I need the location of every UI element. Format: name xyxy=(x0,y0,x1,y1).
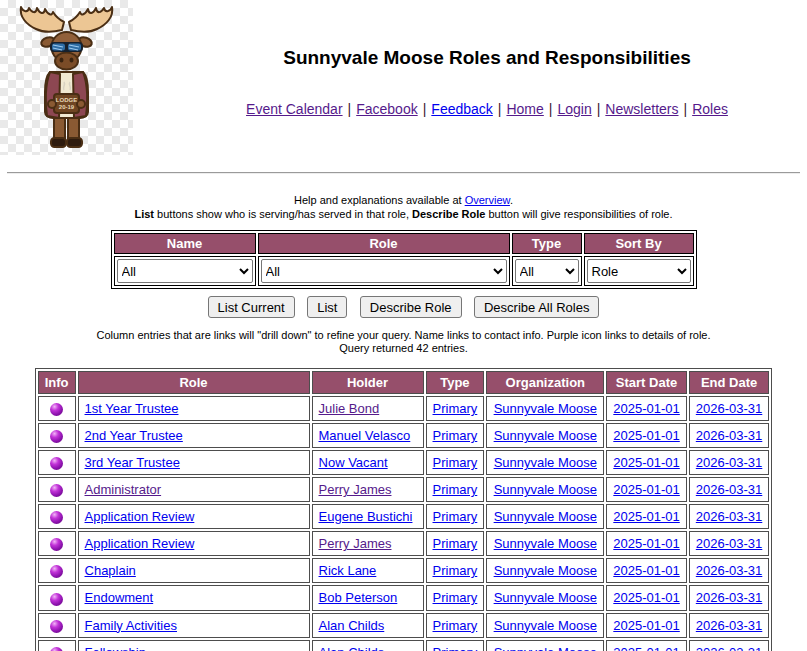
start-date-link[interactable]: 2025-01-01 xyxy=(613,401,680,416)
role-details-link[interactable] xyxy=(50,401,63,416)
sortby-filter-select[interactable]: Role xyxy=(587,259,691,283)
type-link[interactable]: Primary xyxy=(433,563,478,578)
start-date-link[interactable]: 2025-01-01 xyxy=(613,455,680,470)
end-date-link[interactable]: 2026-03-31 xyxy=(696,401,763,416)
start-date-link[interactable]: 2025-01-01 xyxy=(613,590,680,605)
holder-link[interactable]: Eugene Bustichi xyxy=(319,509,413,524)
role-details-link[interactable] xyxy=(50,563,63,578)
organization-link[interactable]: Sunnyvale Moose xyxy=(494,455,597,470)
nav-link-login[interactable]: Login xyxy=(557,101,591,117)
role-link[interactable]: 2nd Year Trustee xyxy=(85,428,183,443)
nav-link-feedback[interactable]: Feedback xyxy=(431,101,492,117)
holder-link[interactable]: Perry James xyxy=(319,482,392,497)
type-link[interactable]: Primary xyxy=(433,590,478,605)
organization-link[interactable]: Sunnyvale Moose xyxy=(494,536,597,551)
role-link[interactable]: Family Activities xyxy=(85,618,177,633)
role-details-link[interactable] xyxy=(50,455,63,470)
holder-link[interactable]: Manuel Velasco xyxy=(319,428,411,443)
start-date-link[interactable]: 2025-01-01 xyxy=(613,428,680,443)
role-filter-select[interactable]: All xyxy=(261,259,507,283)
organization-link[interactable]: Sunnyvale Moose xyxy=(494,428,597,443)
type-filter-select[interactable]: All xyxy=(515,259,579,283)
role-link[interactable]: Application Review xyxy=(85,509,195,524)
role-link[interactable]: Endowment xyxy=(85,590,154,605)
role-link[interactable]: Fellowship xyxy=(85,645,146,651)
organization-link[interactable]: Sunnyvale Moose xyxy=(494,509,597,524)
describe-all-roles-button[interactable]: Describe All Roles xyxy=(474,296,600,318)
end-date-link[interactable]: 2026-03-31 xyxy=(696,455,763,470)
type-link[interactable]: Primary xyxy=(433,509,478,524)
end-date-link[interactable]: 2026-03-31 xyxy=(696,536,763,551)
role-link[interactable]: Chaplain xyxy=(85,563,136,578)
type-link[interactable]: Primary xyxy=(433,482,478,497)
type-link[interactable]: Primary xyxy=(433,536,478,551)
end-date-link[interactable]: 2026-03-31 xyxy=(696,590,763,605)
help-line-1: Help and explanations available at Overv… xyxy=(0,193,807,207)
name-filter-select[interactable]: All xyxy=(117,259,253,283)
role-details-link[interactable] xyxy=(50,645,63,651)
role-details-link[interactable] xyxy=(50,618,63,633)
nav-separator: | xyxy=(592,101,606,117)
start-date-link[interactable]: 2025-01-01 xyxy=(613,618,680,633)
describe-role-button[interactable]: Describe Role xyxy=(360,296,462,318)
end-date-link[interactable]: 2026-03-31 xyxy=(696,482,763,497)
type-link[interactable]: Primary xyxy=(433,645,478,651)
overview-link[interactable]: Overview xyxy=(465,194,510,206)
end-date-link[interactable]: 2026-03-31 xyxy=(696,618,763,633)
organization-link[interactable]: Sunnyvale Moose xyxy=(494,590,597,605)
end-date-link[interactable]: 2026-03-31 xyxy=(696,645,763,651)
role-details-link[interactable] xyxy=(50,536,63,551)
type-link[interactable]: Primary xyxy=(433,455,478,470)
organization-link[interactable]: Sunnyvale Moose xyxy=(494,563,597,578)
type-link[interactable]: Primary xyxy=(433,618,478,633)
nav-separator: | xyxy=(343,101,357,117)
end-date-link[interactable]: 2026-03-31 xyxy=(696,428,763,443)
nav-link-event-calendar[interactable]: Event Calendar xyxy=(246,101,343,117)
role-link[interactable]: 1st Year Trustee xyxy=(85,401,179,416)
role-link[interactable]: Application Review xyxy=(85,536,195,551)
holder-link[interactable]: Alan Childs xyxy=(319,645,385,651)
start-date-link[interactable]: 2025-01-01 xyxy=(613,509,680,524)
holder-link[interactable]: Alan Childs xyxy=(319,618,385,633)
type-link[interactable]: Primary xyxy=(433,428,478,443)
role-link[interactable]: 3rd Year Trustee xyxy=(85,455,180,470)
role-details-link[interactable] xyxy=(50,590,63,605)
roles-table-header-row: Info Role Holder Type Organization Start… xyxy=(38,371,770,394)
organization-link[interactable]: Sunnyvale Moose xyxy=(494,401,597,416)
organization-link[interactable]: Sunnyvale Moose xyxy=(494,618,597,633)
role-link-cell: 2nd Year Trustee xyxy=(78,423,310,448)
start-date-link-cell: 2025-01-01 xyxy=(606,450,687,475)
nav-link-roles[interactable]: Roles xyxy=(692,101,728,117)
organization-link[interactable]: Sunnyvale Moose xyxy=(494,645,597,651)
filter-header-sortby: Sort By xyxy=(584,233,694,254)
role-details-link[interactable] xyxy=(50,428,63,443)
nav-link-facebook[interactable]: Facebook xyxy=(356,101,417,117)
holder-link[interactable]: Now Vacant xyxy=(319,455,388,470)
nav-link-home[interactable]: Home xyxy=(506,101,543,117)
role-details-link[interactable] xyxy=(50,509,63,524)
start-date-link[interactable]: 2025-01-01 xyxy=(613,482,680,497)
organization-link[interactable]: Sunnyvale Moose xyxy=(494,482,597,497)
role-link[interactable]: Administrator xyxy=(85,482,162,497)
nav-link-newsletters[interactable]: Newsletters xyxy=(605,101,678,117)
holder-link[interactable]: Perry James xyxy=(319,536,392,551)
holder-link[interactable]: Julie Bond xyxy=(319,401,380,416)
note-line-1: Column entries that are links will "dril… xyxy=(0,329,807,342)
holder-link[interactable]: Rick Lane xyxy=(319,563,377,578)
column-header-role: Role xyxy=(78,371,310,394)
holder-link[interactable]: Bob Peterson xyxy=(319,590,398,605)
end-date-link[interactable]: 2026-03-31 xyxy=(696,509,763,524)
start-date-link[interactable]: 2025-01-01 xyxy=(613,645,680,651)
filter-header-role: Role xyxy=(258,233,510,254)
list-button[interactable]: List xyxy=(307,296,347,318)
list-current-button[interactable]: List Current xyxy=(208,296,295,318)
end-date-link[interactable]: 2026-03-31 xyxy=(696,563,763,578)
help-line2-suffix: button will give responsibilities of rol… xyxy=(485,208,672,220)
type-link[interactable]: Primary xyxy=(433,401,478,416)
organization-link-cell: Sunnyvale Moose xyxy=(486,450,604,475)
start-date-link[interactable]: 2025-01-01 xyxy=(613,563,680,578)
role-details-link[interactable] xyxy=(50,482,63,497)
start-date-link[interactable]: 2025-01-01 xyxy=(613,536,680,551)
info-cell xyxy=(38,558,76,583)
organization-link-cell: Sunnyvale Moose xyxy=(486,396,604,421)
